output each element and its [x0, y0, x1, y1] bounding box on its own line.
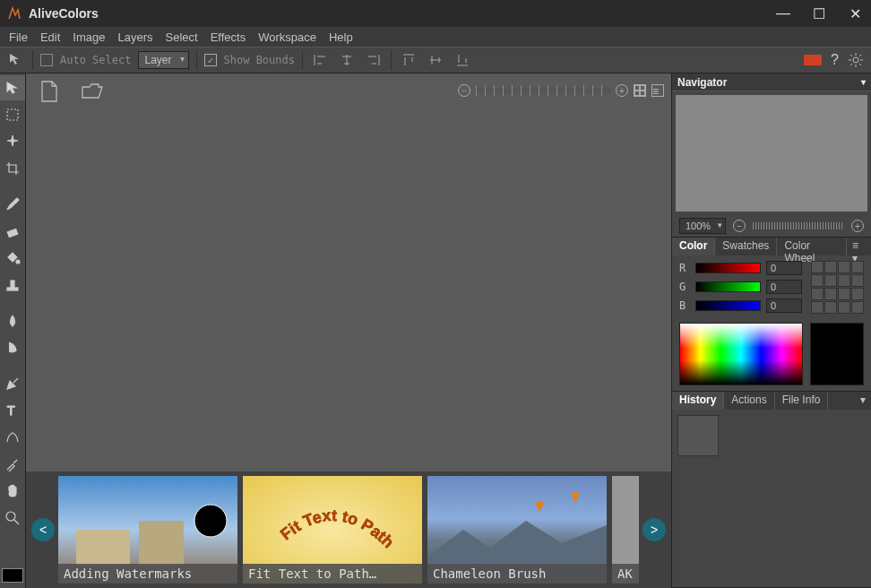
green-slider[interactable] [695, 281, 761, 292]
tab-actions[interactable]: Actions [724, 392, 774, 410]
app-logo-icon [7, 6, 22, 21]
blue-value-input[interactable]: 0 [766, 298, 802, 313]
color-panel-menu-icon[interactable]: ≡ ▾ [847, 238, 871, 255]
align-vcenter-icon[interactable] [426, 50, 445, 70]
align-left-icon[interactable] [310, 50, 330, 70]
view-grid-button[interactable] [634, 84, 646, 97]
tab-color-wheel[interactable]: Color Wheel [777, 238, 847, 255]
maximize-button[interactable]: ☐ [810, 5, 828, 22]
filmstrip-caption: Adding Watermarks [58, 564, 237, 584]
open-document-button[interactable] [80, 79, 105, 104]
align-right-icon[interactable] [364, 50, 384, 70]
zoom-controls: − + ≡ [458, 84, 664, 97]
help-icon[interactable]: ? [831, 52, 839, 68]
smudge-tool[interactable] [0, 335, 25, 360]
filmstrip-item[interactable]: Chameleon Brush [427, 476, 607, 584]
minimize-button[interactable]: — [774, 5, 792, 22]
move-tool-icon [7, 51, 25, 69]
zoom-tool[interactable] [0, 506, 25, 531]
menu-image[interactable]: Image [73, 30, 105, 44]
blur-tool[interactable] [0, 308, 25, 333]
filmstrip-caption: AK [612, 564, 639, 584]
stamp-tool[interactable] [0, 272, 25, 298]
show-bounds-checkbox[interactable]: ✓ [204, 54, 217, 66]
filmstrip-caption: Fit Text to Path… [243, 564, 422, 584]
brush-tool[interactable] [0, 192, 25, 217]
svg-point-8 [6, 512, 15, 521]
view-list-button[interactable]: ≡ [651, 84, 664, 97]
history-panel-chevron-icon[interactable]: ▾ [855, 392, 871, 410]
text-tool[interactable]: T [0, 398, 25, 423]
zoom-in-button[interactable]: + [616, 84, 628, 97]
navigator-zoom-out[interactable]: − [733, 220, 746, 232]
menu-help[interactable]: Help [329, 30, 353, 44]
swatch-grid[interactable] [811, 261, 864, 317]
zoom-slider[interactable] [476, 88, 610, 93]
navigator-zoom-in[interactable]: + [851, 220, 864, 232]
canvas-area: − + ≡ < Adding Watermarks Fit Text to Pa… [26, 74, 671, 588]
right-dock: Navigator▾ 100% − + Color Swatches Color… [671, 74, 871, 588]
tab-file-info[interactable]: File Info [775, 392, 829, 410]
close-button[interactable]: ✕ [846, 5, 864, 22]
menu-edit[interactable]: Edit [40, 30, 60, 44]
history-snapshot[interactable] [677, 415, 719, 456]
move-tool[interactable] [0, 75, 25, 100]
crop-tool[interactable] [0, 156, 25, 181]
blue-slider[interactable] [695, 300, 761, 311]
menu-file[interactable]: File [9, 30, 28, 44]
align-top-icon[interactable] [399, 50, 418, 70]
layer-mode-dropdown[interactable]: Layer [138, 51, 188, 69]
svg-text:Fit Text to Path: Fit Text to Path [277, 506, 397, 551]
red-value-input[interactable]: 0 [766, 261, 802, 275]
filmstrip-caption: Chameleon Brush [427, 564, 607, 584]
pen-tool[interactable] [0, 371, 25, 396]
options-bar: Auto Select Layer ✓ Show Bounds ? [0, 47, 871, 74]
current-color-swatch[interactable] [810, 323, 864, 385]
auto-select-checkbox[interactable] [40, 54, 53, 66]
settings-gear-icon[interactable] [848, 52, 864, 68]
tab-swatches[interactable]: Swatches [715, 238, 777, 255]
navigator-title[interactable]: Navigator▾ [672, 74, 871, 91]
filmstrip-prev-button[interactable]: < [31, 518, 55, 541]
filmstrip-item-partial[interactable]: AK [612, 476, 639, 584]
eraser-tool[interactable] [0, 219, 25, 244]
green-value-input[interactable]: 0 [766, 280, 802, 294]
foreground-color-indicator[interactable] [2, 568, 23, 583]
align-hcenter-icon[interactable] [337, 50, 357, 70]
navigator-zoom-slider[interactable] [753, 222, 844, 229]
fill-tool[interactable] [0, 246, 25, 271]
red-slider[interactable] [695, 263, 761, 273]
navigator-zoom-dropdown[interactable]: 100% [679, 218, 726, 234]
color-spectrum[interactable] [679, 323, 803, 385]
svg-point-1 [853, 57, 858, 63]
show-bounds-label: Show Bounds [224, 54, 295, 66]
zoom-out-button[interactable]: − [458, 84, 470, 97]
filmstrip-item[interactable]: Fit Text to Path Fit Text to Path… [243, 476, 422, 584]
new-document-button[interactable] [37, 79, 62, 104]
history-panel: History Actions File Info ▾ [672, 392, 871, 588]
hand-tool[interactable] [0, 479, 25, 504]
tab-color[interactable]: Color [672, 238, 715, 255]
filmstrip-item[interactable]: Adding Watermarks [58, 476, 237, 584]
menu-workspace[interactable]: Workspace [258, 30, 316, 44]
svg-rect-10 [76, 530, 130, 566]
notification-icon[interactable] [804, 53, 822, 67]
marquee-tool[interactable] [0, 102, 25, 127]
magic-wand-tool[interactable] [0, 129, 25, 154]
align-bottom-icon[interactable] [453, 50, 472, 70]
navigator-panel: Navigator▾ 100% − + [672, 74, 871, 238]
filmstrip-next-button[interactable]: > [642, 518, 666, 541]
menu-effects[interactable]: Effects [211, 30, 246, 44]
eyedropper-tool[interactable] [0, 452, 25, 477]
svg-text:T: T [7, 403, 15, 418]
svg-rect-6 [11, 281, 14, 288]
tutorials-filmstrip: < Adding Watermarks Fit Text to Path Fit… [26, 471, 671, 588]
menu-select[interactable]: Select [166, 30, 198, 44]
tool-dock: T [0, 74, 26, 588]
tab-history[interactable]: History [672, 392, 724, 410]
svg-point-4 [16, 260, 20, 264]
menu-layers[interactable]: Layers [118, 30, 153, 44]
navigator-preview[interactable] [676, 95, 867, 212]
channel-g-label: G [679, 281, 690, 293]
shape-tool[interactable] [0, 425, 25, 450]
